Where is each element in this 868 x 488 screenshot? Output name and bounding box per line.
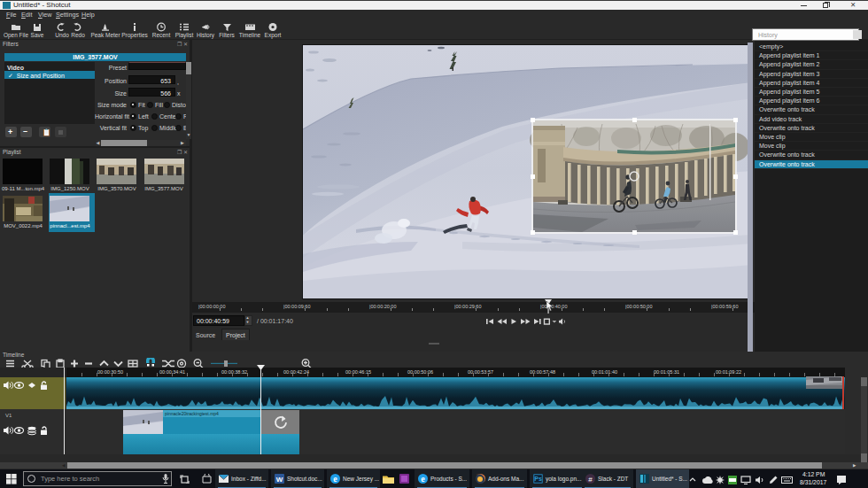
svg-text:W: W xyxy=(276,476,283,484)
svg-text:#: # xyxy=(588,476,593,484)
svg-text:e: e xyxy=(421,474,425,484)
svg-text:e: e xyxy=(333,474,337,484)
svg-text:Ps: Ps xyxy=(534,476,542,482)
